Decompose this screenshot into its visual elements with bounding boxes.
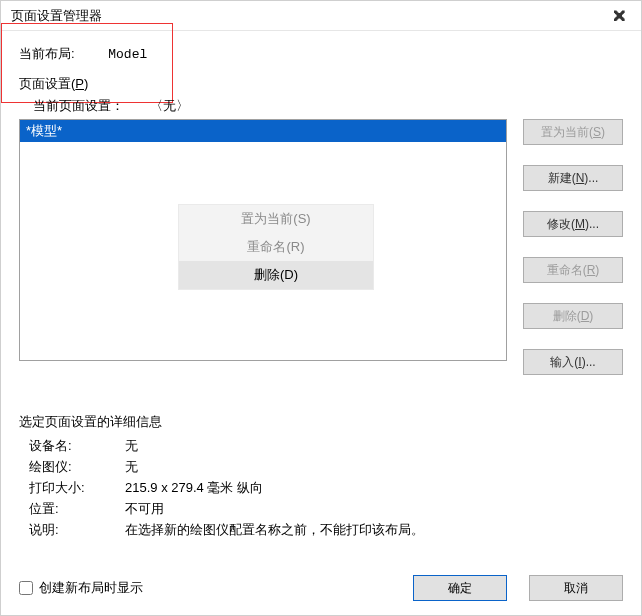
location-value: 不可用 (125, 500, 623, 518)
current-layout-label: 当前布局: (19, 45, 75, 63)
titlebar: 页面设置管理器 🗙 (1, 1, 641, 31)
plotter-value: 无 (125, 458, 623, 476)
dialog-footer: 创建新布局时显示 确定 取消 (1, 569, 641, 615)
delete-button[interactable]: 删除(D) (523, 303, 623, 329)
page-setup-group-label: 页面设置(P) (19, 75, 623, 93)
context-menu: 置为当前(S) 重命名(R) 删除(D) (178, 204, 374, 290)
set-current-button[interactable]: 置为当前(S) (523, 119, 623, 145)
current-layout-row: 当前布局: Model (19, 43, 623, 65)
current-page-setup-label: 当前页面设置： (33, 98, 124, 113)
details-title: 选定页面设置的详细信息 (19, 413, 623, 431)
close-button[interactable]: 🗙 (596, 1, 641, 30)
current-page-setup-row: 当前页面设置： 〈无〉 (33, 97, 623, 115)
show-on-new-layout-label: 创建新布局时显示 (39, 579, 143, 597)
modify-button[interactable]: 修改(M)... (523, 211, 623, 237)
right-button-column: 置为当前(S) 新建(N)... 修改(M)... 重命名(R) 删除(D) (523, 119, 623, 395)
cancel-button[interactable]: 取消 (529, 575, 623, 601)
ctx-delete[interactable]: 删除(D) (179, 261, 373, 289)
new-button[interactable]: 新建(N)... (523, 165, 623, 191)
rename-button[interactable]: 重命名(R) (523, 257, 623, 283)
window-title: 页面设置管理器 (11, 7, 102, 25)
current-page-setup-value: 〈无〉 (150, 98, 189, 113)
device-value: 无 (125, 437, 623, 455)
page-setup-list[interactable]: *模型* 置为当前(S) 重命名(R) 删除(D) (19, 119, 507, 361)
ok-button[interactable]: 确定 (413, 575, 507, 601)
ctx-rename[interactable]: 重命名(R) (179, 233, 373, 261)
dialog-content: 当前布局: Model 页面设置(P) 当前页面设置： 〈无〉 *模型* 置为当… (1, 31, 641, 569)
desc-label: 说明: (29, 521, 125, 539)
list-item[interactable]: *模型* (20, 120, 506, 142)
details-section: 选定页面设置的详细信息 设备名:无 绘图仪:无 打印大小:215.9 x 279… (19, 409, 623, 542)
size-value: 215.9 x 279.4 毫米 纵向 (125, 479, 623, 497)
page-setup-group: 页面设置(P) 当前页面设置： 〈无〉 *模型* 置为当前(S) 重命名(R) … (19, 75, 623, 395)
page-setup-manager-dialog: 页面设置管理器 🗙 当前布局: Model 页面设置(P) 当前页面设置： 〈无… (0, 0, 642, 616)
show-on-new-layout-checkbox[interactable]: 创建新布局时显示 (19, 579, 395, 597)
location-label: 位置: (29, 500, 125, 518)
import-button[interactable]: 输入(I)... (523, 349, 623, 375)
size-label: 打印大小: (29, 479, 125, 497)
desc-value: 在选择新的绘图仪配置名称之前，不能打印该布局。 (125, 521, 623, 539)
show-on-new-layout-input[interactable] (19, 581, 33, 595)
ctx-set-current[interactable]: 置为当前(S) (179, 205, 373, 233)
device-label: 设备名: (29, 437, 125, 455)
current-layout-value: Model (108, 47, 147, 62)
plotter-label: 绘图仪: (29, 458, 125, 476)
